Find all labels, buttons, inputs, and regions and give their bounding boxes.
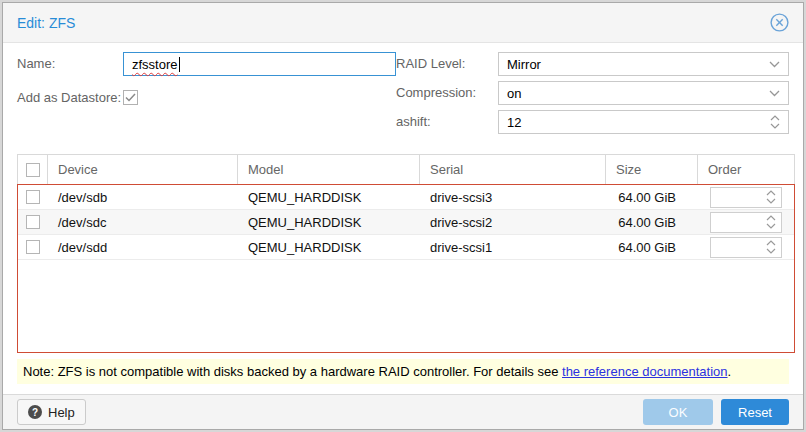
select-all-checkbox[interactable]	[26, 163, 40, 177]
name-input-value: zfsstore	[132, 57, 178, 72]
help-button-label: Help	[48, 405, 75, 420]
dialog-titlebar: Edit: ZFS	[3, 3, 803, 43]
raid-level-label: RAID Level:	[396, 52, 498, 76]
cell-serial: drive-scsi1	[420, 240, 606, 255]
chevron-down-icon	[769, 61, 780, 68]
add-datastore-label: Add as Datastore:	[17, 86, 123, 105]
check-icon	[125, 93, 136, 102]
reference-documentation-link[interactable]: the reference documentation	[562, 364, 728, 379]
order-spinner[interactable]	[710, 237, 782, 258]
row-checkbox[interactable]	[26, 215, 40, 229]
name-label: Name:	[17, 52, 123, 76]
cell-size: 64.00 GiB	[606, 240, 698, 255]
question-circle-icon: ?	[28, 405, 42, 419]
edit-zfs-dialog: Edit: ZFS Name: zfsstore	[2, 2, 804, 430]
raid-level-value: Mirror	[507, 57, 541, 72]
compression-label: Compression:	[396, 81, 498, 105]
column-header-device[interactable]: Device	[48, 155, 238, 184]
disk-table-body: /dev/sdb QEMU_HARDDISK drive-scsi3 64.00…	[17, 184, 795, 353]
column-header-size[interactable]: Size	[606, 155, 698, 184]
chevron-up-down-icon[interactable]	[770, 115, 780, 129]
ok-button[interactable]: OK	[643, 399, 713, 425]
column-header-model[interactable]: Model	[238, 155, 420, 184]
zfs-form: Name: zfsstore Add as Datastore:	[17, 52, 789, 139]
order-spinner[interactable]	[710, 212, 782, 233]
dialog-footer: ? Help OK Reset	[3, 394, 803, 429]
chevron-up-down-icon[interactable]	[766, 215, 776, 229]
close-icon[interactable]	[769, 13, 789, 33]
name-input[interactable]: zfsstore	[123, 52, 396, 76]
dialog-body: Name: zfsstore Add as Datastore:	[3, 43, 803, 394]
chevron-down-icon	[769, 90, 780, 97]
cell-model: QEMU_HARDDISK	[238, 240, 420, 255]
cell-serial: drive-scsi3	[420, 190, 606, 205]
disk-table-header: Device Model Serial Size Order	[17, 154, 795, 184]
column-header-serial[interactable]: Serial	[420, 155, 606, 184]
order-spinner[interactable]	[710, 187, 782, 208]
cell-device: /dev/sdd	[48, 240, 238, 255]
chevron-up-down-icon[interactable]	[766, 190, 776, 204]
ashift-value: 12	[507, 115, 521, 130]
cell-size: 64.00 GiB	[606, 190, 698, 205]
compression-value: on	[507, 86, 521, 101]
note-text-suffix: .	[728, 364, 732, 379]
row-checkbox[interactable]	[26, 240, 40, 254]
text-caret	[179, 57, 180, 72]
ashift-label: ashift:	[396, 110, 498, 134]
table-row[interactable]: /dev/sdd QEMU_HARDDISK drive-scsi1 64.00…	[18, 235, 794, 260]
dialog-frame: Edit: ZFS Name: zfsstore	[0, 0, 806, 432]
note-text: Note: ZFS is not compatible with disks b…	[23, 364, 562, 379]
reset-button[interactable]: Reset	[721, 399, 789, 425]
table-row[interactable]: /dev/sdb QEMU_HARDDISK drive-scsi3 64.00…	[18, 185, 794, 210]
help-button[interactable]: ? Help	[17, 399, 86, 425]
compression-select[interactable]: on	[498, 81, 789, 105]
cell-model: QEMU_HARDDISK	[238, 190, 420, 205]
cell-size: 64.00 GiB	[606, 215, 698, 230]
cell-serial: drive-scsi2	[420, 215, 606, 230]
form-right-column: RAID Level: Mirror Compression: on	[396, 52, 789, 139]
table-row[interactable]: /dev/sdc QEMU_HARDDISK drive-scsi2 64.00…	[18, 210, 794, 235]
chevron-up-down-icon[interactable]	[766, 240, 776, 254]
ashift-spinner[interactable]: 12	[498, 110, 789, 134]
cell-device: /dev/sdc	[48, 215, 238, 230]
form-left-column: Name: zfsstore Add as Datastore:	[17, 52, 396, 139]
column-header-order[interactable]: Order	[698, 155, 794, 184]
add-datastore-checkbox[interactable]	[123, 90, 138, 105]
cell-device: /dev/sdb	[48, 190, 238, 205]
disk-table: Device Model Serial Size Order /dev/sdb …	[17, 154, 795, 353]
raid-level-select[interactable]: Mirror	[498, 52, 789, 76]
row-checkbox[interactable]	[26, 190, 40, 204]
cell-model: QEMU_HARDDISK	[238, 215, 420, 230]
zfs-note: Note: ZFS is not compatible with disks b…	[17, 359, 789, 384]
dialog-title: Edit: ZFS	[17, 15, 75, 31]
